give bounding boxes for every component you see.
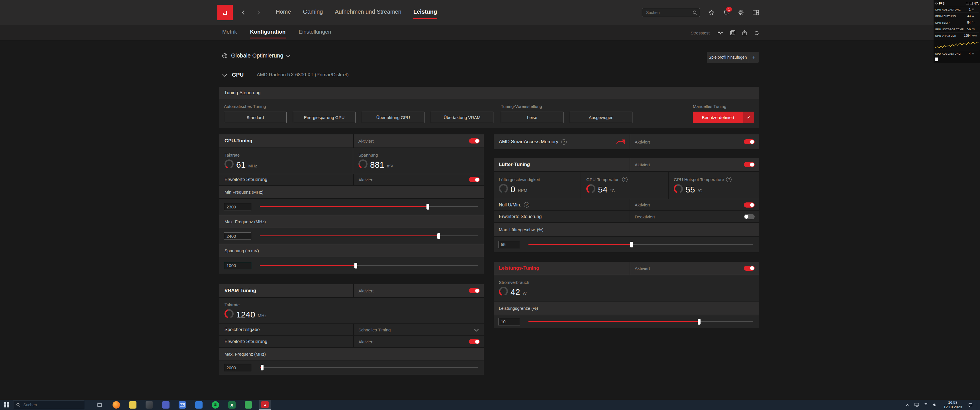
max-fan-input[interactable] — [498, 241, 520, 248]
help-icon[interactable]: ? — [726, 177, 732, 182]
auto-tuning-oc-gpu-button[interactable]: Übertaktung GPU — [362, 111, 425, 123]
manual-custom-button[interactable]: Benutzerdefiniert ✓ — [693, 111, 754, 123]
preset-quiet-button[interactable]: Leise — [501, 111, 563, 123]
export-profile-icon[interactable] — [742, 30, 747, 35]
gpu-advanced-toggle[interactable] — [469, 177, 480, 182]
stresstest-label[interactable]: Stresstest — [690, 30, 710, 35]
power-tuning-toggle[interactable] — [744, 265, 755, 271]
smart-access-toggle[interactable] — [744, 139, 755, 145]
slider-handle[interactable] — [426, 204, 429, 210]
tab-configuration[interactable]: Konfiguration — [250, 25, 286, 40]
load-profile-icon[interactable] — [730, 30, 735, 35]
overlay-window-icon[interactable] — [970, 2, 973, 5]
help-icon[interactable]: ? — [561, 139, 566, 145]
display-icon[interactable] — [914, 402, 920, 408]
taskbar-search[interactable] — [13, 400, 84, 409]
amd-logo[interactable] — [217, 5, 233, 20]
overlay-pin-icon[interactable] — [966, 2, 969, 5]
voltage-mv-input[interactable] — [224, 262, 251, 269]
voltage-mv-slider[interactable] — [260, 262, 478, 269]
taskbar-app-firefox[interactable] — [111, 400, 122, 410]
min-freq-input[interactable] — [224, 203, 251, 210]
reset-icon[interactable] — [754, 30, 759, 35]
help-icon[interactable]: ? — [524, 202, 529, 208]
tab-settings[interactable]: Einstellungen — [298, 25, 331, 40]
max-freq-input[interactable] — [224, 232, 251, 240]
clock-time: 16:58 — [943, 400, 962, 405]
max-fan-slider[interactable] — [528, 241, 753, 248]
vram-max-freq-slider[interactable] — [260, 364, 478, 371]
tab-performance[interactable]: Leistung — [413, 0, 437, 25]
show-desktop-button[interactable] — [977, 400, 979, 410]
tab-record-stream[interactable]: Aufnehmen und Streamen — [334, 0, 402, 25]
auto-tuning-standard-button[interactable]: Standard — [224, 111, 286, 123]
tuning-control-title: Tuning-Steuerung — [220, 87, 759, 99]
back-button[interactable] — [239, 8, 248, 17]
taskbar-clock[interactable]: 16:58 12.10.2023 — [941, 400, 964, 410]
volume-icon[interactable] — [932, 402, 938, 408]
tab-metrics[interactable]: Metrik — [222, 25, 237, 40]
forward-button[interactable] — [254, 8, 264, 17]
power-limit-input[interactable] — [498, 318, 520, 326]
network-icon[interactable] — [923, 402, 929, 408]
pinned-apps: X — [111, 400, 270, 410]
slider-handle[interactable] — [355, 263, 357, 269]
taskbar-app-media[interactable] — [143, 400, 155, 410]
settings-button[interactable] — [738, 9, 745, 16]
action-center-button[interactable] — [968, 402, 974, 408]
taskbar-app-sticky-notes[interactable] — [127, 400, 138, 410]
layout-grid-icon — [752, 10, 759, 15]
notifications-button[interactable]: 1 — [723, 9, 730, 16]
gpu-section-header[interactable]: GPU AMD Radeon RX 6800 XT (Primär/Diskre… — [223, 72, 349, 78]
vram-advanced-toggle[interactable] — [469, 339, 480, 344]
auto-tuning-oc-vram-button[interactable]: Übertaktung VRAM — [431, 111, 493, 123]
slider-handle[interactable] — [698, 319, 700, 324]
overlay-layout-button[interactable] — [752, 9, 759, 16]
memory-timing-select[interactable]: Schnelles Timing — [353, 324, 484, 335]
stresstest-icon[interactable] — [716, 30, 723, 35]
taskbar-search-input[interactable] — [23, 402, 81, 407]
taskbar-app-edge[interactable] — [193, 400, 205, 410]
hotspot-gauge-icon — [674, 184, 683, 193]
task-view-button[interactable] — [95, 400, 104, 410]
chevron-down-icon — [474, 327, 479, 331]
vram-max-freq-label: Max. Frequenz (MHz) — [224, 352, 266, 356]
start-button[interactable] — [0, 400, 13, 410]
add-game-profile-button[interactable]: Spielprofil hinzufügen + — [707, 52, 759, 63]
power-tuning-panel: Leistungs-Tuning Aktiviert Stromverbrauc… — [494, 262, 759, 328]
search-input[interactable] — [646, 10, 692, 15]
taskbar-app-excel[interactable]: X — [226, 400, 238, 410]
tray-expand-button[interactable] — [905, 402, 910, 408]
gpu-tuning-toggle[interactable] — [469, 138, 480, 143]
fan-tuning-toggle[interactable] — [744, 162, 755, 167]
slider-handle[interactable] — [437, 233, 440, 239]
tab-home[interactable]: Home — [275, 0, 291, 25]
zero-rpm-toggle[interactable] — [744, 202, 755, 208]
gpu-advanced-label: Erweiterte Steuerung — [224, 177, 267, 182]
overlay-gear-icon[interactable] — [935, 2, 938, 5]
taskbar-app-mail[interactable] — [177, 400, 188, 410]
preset-balanced-button[interactable]: Ausgewogen — [570, 111, 632, 123]
auto-tuning-powersave-button[interactable]: Energiesparung GPU — [293, 111, 356, 123]
tab-gaming[interactable]: Gaming — [302, 0, 323, 25]
help-icon[interactable]: ? — [622, 177, 628, 182]
slider-handle[interactable] — [630, 242, 633, 248]
favorites-button[interactable] — [708, 9, 715, 16]
slider-handle[interactable] — [261, 365, 264, 370]
taskbar-app-amd-adrenalin[interactable] — [259, 400, 270, 410]
global-search[interactable] — [642, 8, 700, 17]
vram-max-freq-input[interactable] — [224, 364, 251, 371]
chevron-down-icon — [223, 72, 227, 76]
fan-advanced-toggle[interactable] — [744, 214, 755, 219]
power-limit-slider[interactable] — [528, 318, 753, 326]
max-freq-slider[interactable] — [260, 232, 478, 240]
taskbar-app-spotify[interactable] — [210, 400, 221, 410]
max-freq-label: Max. Frequenz (MHz) — [224, 219, 266, 224]
radeon-icon — [616, 139, 625, 145]
global-optimization-row[interactable]: Globale Optimierung — [222, 52, 290, 59]
check-icon: ✓ — [743, 111, 754, 123]
vram-tuning-toggle[interactable] — [469, 288, 480, 293]
taskbar-app-office[interactable] — [243, 400, 254, 410]
taskbar-app-teams[interactable] — [160, 400, 172, 410]
min-freq-slider[interactable] — [260, 203, 478, 210]
